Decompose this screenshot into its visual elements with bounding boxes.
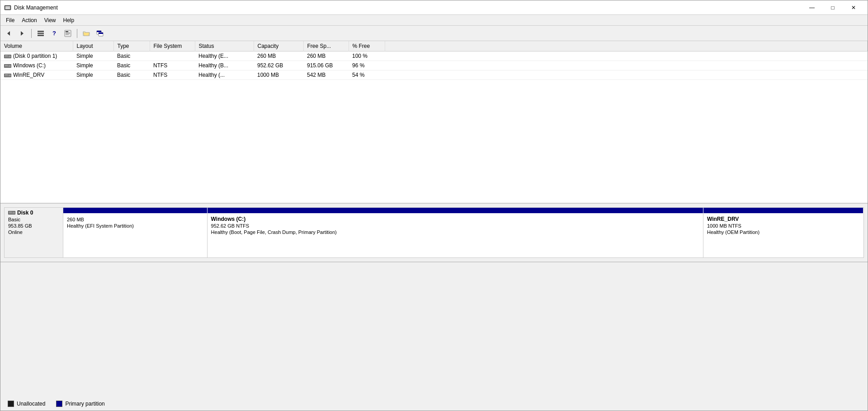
minimize-button[interactable]: — [802,0,822,15]
table-row[interactable]: (Disk 0 partition 1) Simple Basic Health… [0,51,868,61]
col-filesystem[interactable]: File System [150,41,195,51]
svg-rect-13 [66,34,69,35]
cell-layout: Simple [73,51,113,61]
svg-rect-8 [38,35,44,36]
window-controls: — □ ✕ [802,0,864,15]
disk-visual-area: Disk 0 Basic 953.85 GB Online 260 MB Hea… [0,204,868,262]
cell-type: Basic [113,70,150,80]
disk-status: Online [8,229,59,235]
partition-header-0 [63,208,208,213]
svg-point-33 [14,212,15,214]
partition-header-2 [703,208,863,213]
col-extra [385,41,868,51]
col-type[interactable]: Type [113,41,150,51]
cell-freespace: 915.06 GB [303,61,349,70]
svg-rect-7 [38,33,44,34]
cell-layout: Simple [73,70,113,80]
svg-marker-4 [7,31,10,36]
part-size-0: 260 MB [67,217,203,222]
svg-rect-6 [38,31,44,32]
menu-view[interactable]: View [41,16,60,24]
svg-rect-20 [5,56,8,56]
toolbar-sep-1 [31,29,32,38]
menu-bar: File Action View Help [0,15,868,26]
part-name-2: WinRE_DRV [707,216,860,222]
back-button[interactable] [2,28,15,39]
cell-capacity: 260 MB [254,51,303,61]
volume-table-area: Volume Layout Type File System Status Ca… [0,41,868,204]
partition-header-1 [208,208,703,213]
window-title: Disk Management [14,5,802,11]
cell-filesystem: NTFS [150,61,195,70]
maximize-button[interactable]: □ [822,0,843,15]
svg-rect-11 [66,33,70,33]
cell-status: Healthy (... [195,70,254,80]
part-name-1: Windows (C:) [211,216,699,222]
partitions-row: 260 MB Healthy (EFI System Partition)Win… [63,213,863,257]
col-freespace[interactable]: Free Sp... [303,41,349,51]
col-layout[interactable]: Layout [73,41,113,51]
properties-button[interactable] [61,28,74,39]
cell-status: Healthy (E... [195,51,254,61]
close-button[interactable]: ✕ [843,0,864,15]
cell-freespace: 260 MB [303,51,349,61]
col-volume[interactable]: Volume [0,41,73,51]
col-status[interactable]: Status [195,41,254,51]
cell-percentfree: 96 % [349,61,385,70]
svg-point-25 [9,65,11,66]
disk-management-window: Disk Management — □ ✕ File Action View H… [0,0,868,411]
help-button[interactable]: ? [48,28,61,39]
legend-unallocated-box [8,401,14,407]
table-row[interactable]: Windows (C:) Simple Basic NTFS Healthy (… [0,61,868,70]
volume-table: Volume Layout Type File System Status Ca… [0,41,868,80]
window-button[interactable] [94,28,106,39]
table-row[interactable]: WinRE_DRV Simple Basic NTFS Healthy (...… [0,70,868,80]
svg-point-21 [9,56,11,57]
legend-area: Unallocated Primary partition [0,333,868,411]
cell-volume: WinRE_DRV [0,70,73,80]
part-size-2: 1000 MB NTFS [707,223,860,229]
legend-primary-label: Primary partition [65,401,104,407]
menu-help[interactable]: Help [60,16,78,24]
cell-percentfree: 54 % [349,70,385,80]
table-header-row: Volume Layout Type File System Status Ca… [0,41,868,51]
cell-layout: Simple [73,61,113,70]
legend-primary-box [56,401,62,407]
part-status-2: Healthy (OEM Partition) [707,229,860,235]
disk-size: 953.85 GB [8,223,59,229]
disk-drive-icon [8,210,15,216]
menu-action[interactable]: Action [18,16,40,24]
svg-rect-28 [5,75,8,75]
partition-cell-2[interactable]: WinRE_DRV 1000 MB NTFS Healthy (OEM Part… [703,213,863,257]
empty-space [0,262,868,333]
open-folder-button[interactable] [80,28,93,39]
svg-rect-10 [66,31,68,32]
legend-unallocated: Unallocated [8,401,45,407]
menu-file[interactable]: File [2,16,18,24]
part-status-1: Healthy (Boot, Page File, Crash Dump, Pr… [211,229,699,235]
cell-volume: Windows (C:) [0,61,73,70]
svg-marker-5 [21,31,24,36]
partition-cell-0[interactable]: 260 MB Healthy (EFI System Partition) [63,213,208,257]
svg-point-29 [9,75,11,76]
svg-rect-2 [5,6,10,9]
toolbar-sep-2 [77,29,77,38]
svg-rect-12 [66,33,70,34]
svg-rect-17 [99,33,103,34]
cell-freespace: 542 MB [303,70,349,80]
toolbar: ? [0,26,868,41]
cell-type: Basic [113,51,150,61]
app-icon [4,4,11,11]
forward-button[interactable] [16,28,28,39]
col-capacity[interactable]: Capacity [254,41,303,51]
title-bar: Disk Management — □ ✕ [0,0,868,15]
disk-info-panel: Disk 0 Basic 953.85 GB Online [4,207,63,258]
partition-header-bar [63,208,863,213]
list-view-button[interactable] [34,28,47,39]
disk-name: Disk 0 [8,210,59,216]
svg-rect-32 [9,212,12,212]
partition-cell-1[interactable]: Windows (C:) 952.62 GB NTFS Healthy (Boo… [208,213,703,257]
cell-filesystem: NTFS [150,70,195,80]
col-percentfree[interactable]: % Free [349,41,385,51]
cell-status: Healthy (B... [195,61,254,70]
